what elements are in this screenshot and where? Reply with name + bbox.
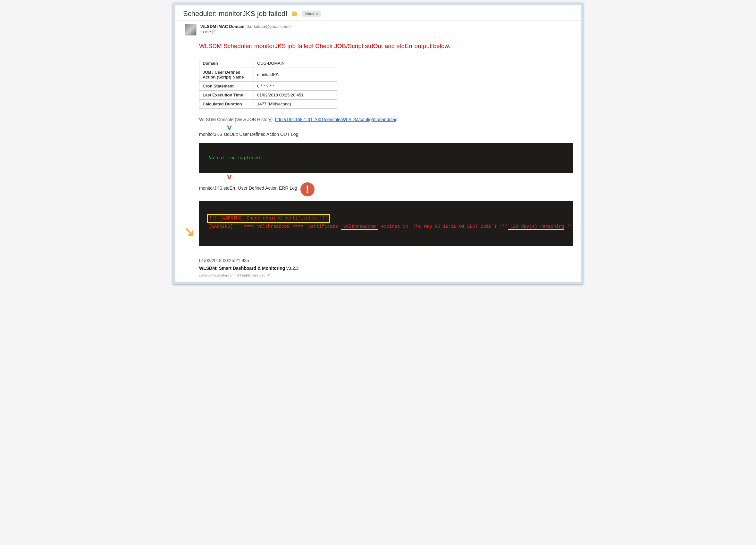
window-frame: Scheduler: monitorJKS job failed! Inbox … bbox=[173, 3, 583, 284]
stderr-cert: 'volthreadcom' bbox=[341, 224, 379, 230]
avatar bbox=[185, 24, 197, 36]
stdout-content: No out log captured. bbox=[209, 155, 263, 161]
console-link[interactable]: http://192.168.1.31:7001/console/WLSDM/c… bbox=[275, 117, 398, 122]
table-val: monitorJKS bbox=[254, 68, 337, 82]
table-val: 1477 (Millisecond) bbox=[254, 100, 337, 109]
to-prefix: to bbox=[200, 29, 204, 34]
alert-icon: ! bbox=[300, 182, 315, 197]
to-target: me bbox=[205, 29, 211, 34]
stderr-line2a: [WARNING] ===> volthreadcom <=== Certifi… bbox=[209, 224, 341, 229]
stderr-log: !!! [WARNING] Check expired certificates… bbox=[199, 201, 573, 246]
to-line: to me ▾ bbox=[200, 29, 291, 34]
stdout-log: No out log captured. bbox=[199, 143, 573, 173]
table-key: JOB / User Defined Action (Script) Name bbox=[199, 68, 254, 82]
stderr-line2c: *** bbox=[564, 224, 573, 229]
sender-name: WLSDM iMAC Domain bbox=[200, 24, 244, 29]
table-val: OUG-DOMAIN bbox=[254, 59, 337, 68]
stderr-line2b: expires in 'Thu May 03 19:10:01 EEST 201… bbox=[378, 224, 508, 229]
label-icon[interactable] bbox=[292, 12, 298, 16]
arrow-icon bbox=[184, 227, 195, 240]
alert-title: WLSDM Scheduler: monitorJKS job failed! … bbox=[199, 43, 573, 50]
table-row: Calculated Duration1477 (Millisecond) bbox=[199, 100, 337, 109]
email-window: Scheduler: monitorJKS job failed! Inbox … bbox=[175, 5, 581, 281]
stderr-days: 121 day(s) remaining bbox=[508, 224, 564, 230]
footer-product-version: v3.2.3 bbox=[285, 266, 298, 271]
stderr-heading: monitorJKS stdErr: User Defined Action E… bbox=[199, 181, 573, 197]
inbox-chip-label: Inbox bbox=[305, 12, 314, 16]
close-icon[interactable]: x bbox=[316, 12, 318, 16]
footer-legal-link[interactable]: community.wlsdm.com bbox=[199, 273, 234, 277]
chevron-down-icon bbox=[226, 123, 233, 132]
footer-timestamp: 01/02/2018 00:25:21.935 bbox=[199, 258, 573, 263]
email-header: Scheduler: monitorJKS job failed! Inbox … bbox=[175, 5, 581, 21]
inbox-chip[interactable]: Inbox x bbox=[302, 11, 320, 17]
table-row: DomainOUG-DOMAIN bbox=[199, 59, 337, 68]
chevron-down-icon[interactable]: ▾ bbox=[212, 30, 216, 34]
table-key: Calculated Duration bbox=[199, 100, 254, 109]
sender-meta: WLSDM iMAC Domain <korkutata@gmail.com> … bbox=[200, 24, 291, 36]
table-key: Cron Statement bbox=[199, 82, 254, 91]
email-subject: Scheduler: monitorJKS job failed! bbox=[183, 10, 287, 18]
footer-legal-rest: | All rights reserved. © bbox=[234, 273, 270, 277]
console-link-prefix: WLSDM Console (View JOB History): bbox=[199, 117, 275, 122]
info-table: DomainOUG-DOMAIN JOB / User Defined Acti… bbox=[199, 59, 337, 109]
table-key: Domain bbox=[199, 59, 254, 68]
table-key: Last Execution Time bbox=[199, 91, 254, 100]
stderr-heading-text: monitorJKS stdErr: User Defined Action E… bbox=[199, 186, 297, 191]
table-row: JOB / User Defined Action (Script) Namem… bbox=[199, 68, 337, 82]
table-val: 01/02/2018 00:25:20.451 bbox=[254, 91, 337, 100]
footer-product: WLSDM: Smart Dashboard & Monitoring v3.2… bbox=[199, 266, 573, 271]
table-val: 0 * * ? * * bbox=[254, 82, 337, 91]
table-row: Cron Statement0 * * ? * * bbox=[199, 82, 337, 91]
stdout-heading: monitorJKS stdOut: User Defined Action O… bbox=[199, 132, 573, 139]
email-footer: 01/02/2018 00:25:21.935 WLSDM: Smart Das… bbox=[175, 258, 581, 281]
sender-row: WLSDM iMAC Domain <korkutata@gmail.com> … bbox=[175, 21, 581, 37]
table-row: Last Execution Time01/02/2018 00:25:20.4… bbox=[199, 91, 337, 100]
sender-email: <korkutata@gmail.com> bbox=[246, 24, 291, 29]
email-body: WLSDM Scheduler: monitorJKS job failed! … bbox=[175, 37, 581, 256]
footer-product-name: WLSDM: Smart Dashboard & Monitoring bbox=[199, 266, 285, 271]
stderr-line1: !!! [WARNING] Check expired certificates… bbox=[207, 214, 330, 223]
footer-legal: community.wlsdm.com | All rights reserve… bbox=[199, 273, 573, 277]
chevron-down-icon bbox=[226, 173, 233, 181]
stdout-heading-text: monitorJKS stdOut: User Defined Action O… bbox=[199, 132, 298, 137]
console-link-line: WLSDM Console (View JOB History): http:/… bbox=[199, 117, 573, 122]
